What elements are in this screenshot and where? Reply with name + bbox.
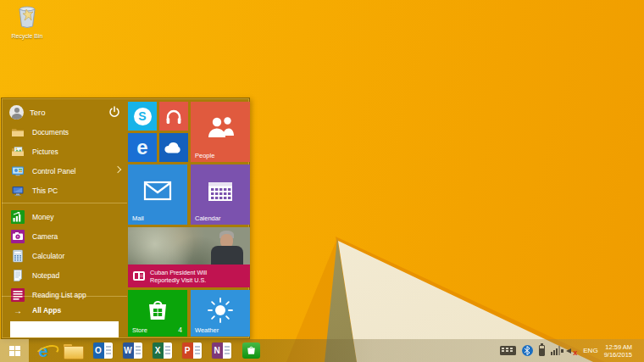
taskbar-internet-explorer[interactable]: e <box>31 340 56 361</box>
powerpoint-icon: P <box>182 343 202 359</box>
people-icon <box>206 115 235 141</box>
tile-weather[interactable]: Weather <box>191 290 250 337</box>
taskbar-outlook[interactable]: O <box>90 340 115 361</box>
pictures-folder-icon <box>11 145 25 159</box>
battery-icon[interactable] <box>539 345 545 356</box>
sidebar-item-label: Calculator <box>32 252 64 260</box>
notepad-icon <box>11 269 25 282</box>
start-menu-header: Tero <box>9 103 121 120</box>
sidebar-item-label: Control Panel <box>32 167 76 175</box>
sidebar-item-label: This PC <box>32 187 58 195</box>
start-button[interactable] <box>0 339 29 362</box>
sidebar-item-this-pc[interactable]: This PC <box>2 181 127 200</box>
tile-internet-explorer[interactable]: e <box>128 133 157 162</box>
network-icon[interactable] <box>551 346 561 355</box>
sidebar-item-label: Camera <box>32 232 58 241</box>
documents-folder-icon <box>11 125 25 139</box>
sidebar-item-notepad[interactable]: Notepad <box>2 265 127 285</box>
news-icon <box>133 271 145 281</box>
volume-muted-icon[interactable]: x <box>566 346 577 356</box>
start-menu-left-panel: Tero Documents <box>2 98 127 338</box>
sidebar-item-money[interactable]: Money <box>2 207 127 226</box>
calculator-icon <box>11 249 25 263</box>
user-name[interactable]: Tero <box>30 108 108 117</box>
camera-app-icon <box>11 230 25 243</box>
headphones-icon <box>164 106 184 126</box>
touch-keyboard-icon[interactable] <box>500 346 516 355</box>
tile-label: Mail <box>132 214 144 222</box>
desktop-screen: Recycle Bin Tero <box>0 0 644 362</box>
tile-label: Calendar <box>195 214 220 222</box>
system-tray: x ENG 12:59 AM 9/16/2015 <box>500 339 632 362</box>
taskbar-onenote[interactable]: N <box>208 340 234 361</box>
tile-people[interactable]: People <box>191 102 250 162</box>
store-icon <box>242 343 260 359</box>
start-menu: Tero Documents <box>1 97 250 339</box>
chevron-right-icon <box>114 166 121 173</box>
tile-label: People <box>195 152 214 159</box>
windows-logo-icon <box>9 346 20 356</box>
clock-date: 9/16/2015 <box>604 351 632 359</box>
separator <box>2 203 127 203</box>
sidebar-item-label: Notepad <box>32 271 59 280</box>
store-badge-count: 4 <box>178 326 182 334</box>
user-avatar[interactable] <box>9 105 24 120</box>
tile-calendar[interactable]: Calendar <box>191 164 250 225</box>
recycle-bin[interactable]: Recycle Bin <box>7 5 47 39</box>
store-bag-icon <box>143 296 172 325</box>
sidebar-item-camera[interactable]: Camera <box>2 226 127 246</box>
control-panel-icon <box>11 164 25 178</box>
taskbar-clock[interactable]: 12:59 AM 9/16/2015 <box>604 343 632 359</box>
tile-label: Weather <box>195 326 219 334</box>
news-headline-banner: Cuban President Will Reportedly Visit U.… <box>128 265 250 287</box>
tile-mail[interactable]: Mail <box>128 164 187 225</box>
sidebar-item-label: Reading List app <box>32 291 86 299</box>
file-explorer-icon <box>64 344 82 358</box>
sidebar-item-label: Documents <box>32 128 69 136</box>
sidebar-item-documents[interactable]: Documents <box>2 122 127 142</box>
taskbar: e O W X P <box>0 339 644 362</box>
separator <box>2 296 127 297</box>
tile-store[interactable]: Store 4 <box>128 290 187 337</box>
news-headline: Cuban President Will Reportedly Visit U.… <box>150 269 207 284</box>
sidebar-item-label: Pictures <box>32 148 58 156</box>
sidebar-item-calculator[interactable]: Calculator <box>2 246 127 265</box>
search-input[interactable] <box>10 321 116 337</box>
word-icon: W <box>123 343 142 359</box>
language-indicator[interactable]: ENG <box>583 347 597 354</box>
outlook-icon: O <box>93 343 113 359</box>
recycle-bin-icon <box>16 5 38 29</box>
power-button[interactable] <box>108 105 121 119</box>
recycle-bin-label: Recycle Bin <box>7 33 47 39</box>
taskbar-word[interactable]: W <box>119 340 145 361</box>
start-menu-search-box[interactable] <box>10 321 119 337</box>
taskbar-powerpoint[interactable]: P <box>179 340 204 361</box>
this-pc-icon <box>11 184 25 198</box>
excel-icon: X <box>153 343 172 359</box>
arrow-right-icon: → <box>11 306 25 315</box>
all-apps-button[interactable]: → All Apps <box>2 302 127 319</box>
reading-list-icon <box>11 288 25 302</box>
clock-time: 12:59 AM <box>604 343 632 351</box>
tile-onedrive[interactable] <box>159 133 188 162</box>
bluetooth-icon[interactable] <box>522 345 533 356</box>
tile-headphones[interactable] <box>159 102 188 131</box>
all-apps-label: All Apps <box>32 306 61 315</box>
ie-icon: e <box>38 343 47 359</box>
sidebar-item-label: Money <box>32 213 54 221</box>
tile-label: Store <box>132 326 147 334</box>
taskbar-excel[interactable]: X <box>149 340 175 361</box>
start-menu-nav-list: Documents Pictures <box>2 122 127 304</box>
onenote-icon: N <box>212 343 231 359</box>
power-icon <box>108 105 121 119</box>
taskbar-file-explorer[interactable] <box>60 340 86 361</box>
tile-skype[interactable]: S <box>128 102 157 131</box>
ie-icon: e <box>136 137 147 158</box>
sidebar-item-pictures[interactable]: Pictures <box>2 142 127 161</box>
calendar-icon <box>207 179 234 203</box>
tile-news[interactable]: Cuban President Will Reportedly Visit U.… <box>128 227 250 287</box>
sidebar-item-control-panel[interactable]: Control Panel <box>2 161 127 181</box>
taskbar-store[interactable] <box>238 340 264 361</box>
onedrive-cloud-icon <box>163 140 185 155</box>
money-app-icon <box>11 210 25 224</box>
